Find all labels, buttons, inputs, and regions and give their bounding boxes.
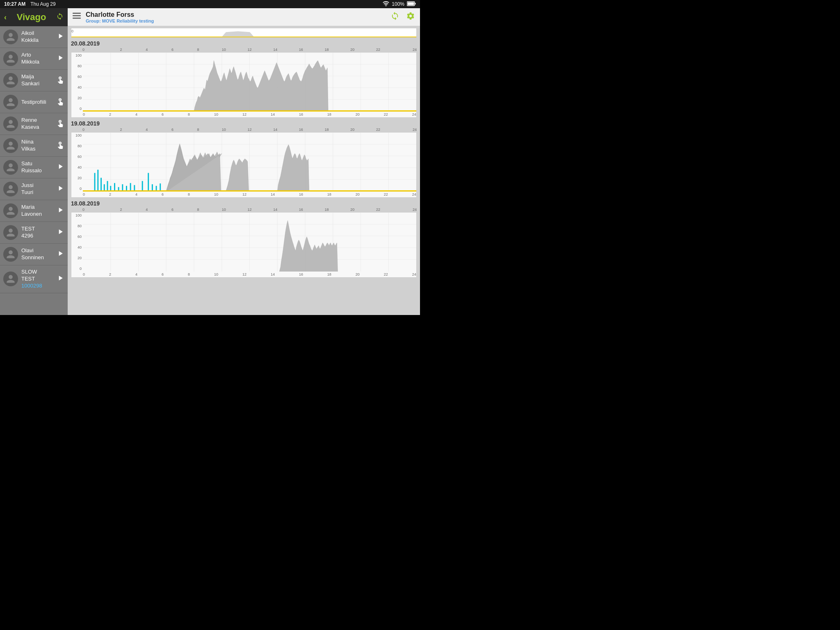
- wifi-icon: [383, 1, 389, 7]
- status-date: Thu Aug 29: [30, 1, 55, 7]
- sidebar-item-testiprofiili[interactable]: Testiprofiili: [0, 91, 68, 113]
- main-content: Charlotte Forss Group: MOVE Reliability …: [68, 8, 420, 315]
- arrow-icon[interactable]: [56, 54, 64, 64]
- sidebar: ‹ Vivago AikoilKokkilaArtoMikkolaMaijaSa…: [0, 8, 68, 315]
- sidebar-item-name: Testiprofiili: [21, 99, 55, 106]
- sidebar-item-olavi-sonninen[interactable]: OlaviSonninen: [0, 244, 68, 265]
- sidebar-item-maria-lavonen[interactable]: MariaLavonen: [0, 200, 68, 222]
- app-title: Vivago: [17, 12, 46, 23]
- sidebar-item-name: ArtoMikkola: [21, 52, 55, 66]
- avatar: [3, 272, 18, 286]
- battery-icon: [407, 1, 416, 7]
- arrow-icon[interactable]: [56, 162, 64, 173]
- sidebar-item-slow-test-1000298[interactable]: SLOWTEST 1000298: [0, 265, 68, 293]
- sidebar-item-name: JussiTuuri: [21, 182, 55, 196]
- sidebar-item-niina-vilkas[interactable]: NiinaVilkas: [0, 135, 68, 157]
- svg-rect-4: [73, 15, 81, 16]
- avatar: [3, 51, 18, 66]
- app-container: ‹ Vivago AikoilKokkilaArtoMikkolaMaijaSa…: [0, 8, 420, 315]
- sidebar-item-renne-kaseva[interactable]: RenneKaseva: [0, 113, 68, 135]
- avatar: [3, 30, 18, 44]
- sidebar-item-arto-mikkola[interactable]: ArtoMikkola: [0, 48, 68, 70]
- avatar: [3, 95, 18, 110]
- avatar: [3, 160, 18, 175]
- refresh-button[interactable]: [390, 11, 399, 23]
- sidebar-item-name: AikoilKokkila: [21, 30, 55, 44]
- svg-rect-2: [415, 3, 416, 5]
- sidebar-item-test-4296[interactable]: TEST4296: [0, 222, 68, 244]
- top-actions: [390, 11, 415, 23]
- sidebar-item-name: SatuRuissalo: [21, 160, 55, 174]
- chart-date-2: 19.08.2019: [71, 120, 417, 127]
- arrow-icon[interactable]: [56, 274, 64, 284]
- sidebar-item-name: OlaviSonninen: [21, 247, 55, 261]
- status-time: 10:27 AM: [4, 1, 25, 7]
- user-group: Group: MOVE Reliability testing: [86, 18, 390, 23]
- sidebar-item-maija-sankari[interactable]: MaijaSankari: [0, 70, 68, 91]
- hand-icon[interactable]: [56, 141, 64, 151]
- svg-rect-3: [73, 13, 81, 14]
- charts-area[interactable]: 0 20.08.2019 0 2 4 6 8 10 12 14 16 18 20: [68, 26, 420, 315]
- hand-icon[interactable]: [56, 119, 64, 129]
- status-bar: 10:27 AM Thu Aug 29 100%: [0, 0, 420, 8]
- sidebar-item-satu-ruissalo[interactable]: SatuRuissalo: [0, 157, 68, 178]
- sidebar-item-name: TEST4296: [21, 226, 55, 240]
- arrow-icon[interactable]: [56, 249, 64, 260]
- svg-marker-79: [279, 221, 338, 272]
- avatar: [3, 116, 18, 131]
- hand-icon[interactable]: [56, 75, 64, 86]
- avatar: [3, 138, 18, 153]
- user-info: Charlotte Forss Group: MOVE Reliability …: [86, 11, 390, 23]
- arrow-icon[interactable]: [56, 32, 64, 42]
- avatar: [3, 203, 18, 218]
- chart-block-top: 0: [71, 28, 417, 38]
- svg-rect-7: [71, 37, 416, 37]
- arrow-icon[interactable]: [56, 184, 64, 194]
- sidebar-header: ‹ Vivago: [0, 8, 68, 26]
- svg-marker-62: [166, 145, 309, 192]
- list-icon[interactable]: [73, 13, 81, 21]
- sidebar-item-name: MariaLavonen: [21, 204, 55, 218]
- avatar: [3, 247, 18, 262]
- sidebar-list: AikoilKokkilaArtoMikkolaMaijaSankariTest…: [0, 26, 68, 315]
- sidebar-item-name: SLOWTEST 1000298: [21, 269, 55, 290]
- settings-button[interactable]: [406, 11, 415, 23]
- avatar: [3, 225, 18, 240]
- arrow-icon[interactable]: [56, 228, 64, 238]
- svg-rect-1: [408, 2, 414, 5]
- sidebar-item-name: RenneKaseva: [21, 117, 55, 131]
- sidebar-item-jussi-tuuri[interactable]: JussiTuuri: [0, 178, 68, 200]
- top-bar: Charlotte Forss Group: MOVE Reliability …: [68, 8, 420, 26]
- svg-marker-8: [222, 31, 253, 37]
- battery-text: 100%: [392, 1, 404, 7]
- chart-block-19082019: 19.08.2019 0 2 4 6 8 10 12 14 16 18 20 2…: [71, 120, 417, 198]
- status-right: 100%: [383, 1, 416, 7]
- chart-date-3: 18.08.2019: [71, 200, 417, 207]
- sidebar-refresh-button[interactable]: [56, 13, 64, 22]
- svg-marker-26: [194, 61, 328, 112]
- sidebar-item-aikoil-kokkila[interactable]: AikoilKokkila: [0, 26, 68, 48]
- avatar: [3, 73, 18, 88]
- back-button[interactable]: ‹: [4, 13, 7, 22]
- sidebar-item-name: MaijaSankari: [21, 73, 55, 87]
- sidebar-item-name: NiinaVilkas: [21, 139, 55, 153]
- svg-rect-5: [73, 18, 81, 19]
- hand-icon[interactable]: [56, 97, 64, 107]
- chart-block-20082019: 20.08.2019 0 2 4 6 8 10 12 14 16 18 20 2…: [71, 40, 417, 118]
- avatar: [3, 182, 18, 196]
- user-name: Charlotte Forss: [86, 11, 390, 18]
- chart-date-1: 20.08.2019: [71, 40, 417, 47]
- arrow-icon[interactable]: [56, 206, 64, 216]
- chart-block-18082019: 18.08.2019 0 2 4 6 8 10 12 14 16 18 20 2…: [71, 200, 417, 278]
